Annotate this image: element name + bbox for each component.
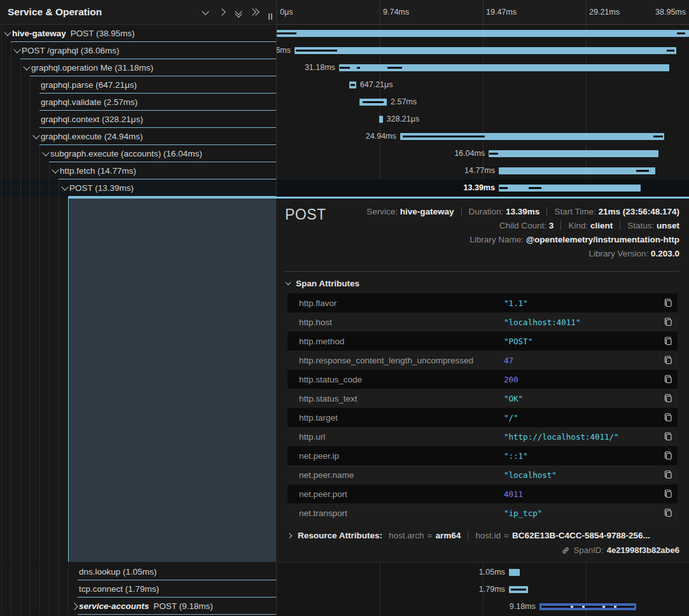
span-row-11[interactable]: tcp.connect (1.79ms) <box>0 580 276 598</box>
chevron-down-icon[interactable] <box>32 135 41 138</box>
copy-icon[interactable] <box>658 412 678 423</box>
copy-icon[interactable] <box>658 355 678 365</box>
span-duration-bar[interactable] <box>509 586 528 593</box>
chevron-down-icon[interactable] <box>22 66 31 69</box>
chevron-down-icon[interactable] <box>51 169 60 172</box>
span-duration-bar[interactable] <box>489 150 658 157</box>
attribute-value: "localhost:4011" <box>504 318 658 327</box>
span-duration-bar[interactable] <box>359 99 387 106</box>
copy-icon[interactable] <box>658 393 678 403</box>
span-duration-bar[interactable] <box>339 64 669 71</box>
meta-separator <box>461 207 462 216</box>
span-row-5[interactable]: graphql.context (328.21μs) <box>0 111 276 128</box>
span-row-3[interactable]: graphql.parse (647.21μs) <box>0 76 276 94</box>
child-span-mark <box>277 32 296 34</box>
timeline-bars-bottom: 1.05ms1.79ms9.18ms <box>276 562 689 616</box>
span-duration-bar[interactable] <box>295 47 676 54</box>
collapse-one-icon[interactable] <box>197 11 214 14</box>
span-attributes-header[interactable]: Span Attributes <box>284 273 679 293</box>
span-duration-bar[interactable] <box>499 185 641 192</box>
copy-icon[interactable] <box>658 489 678 499</box>
span-duration-bar[interactable] <box>400 133 664 140</box>
span-bar-row-4: 2.57ms <box>277 94 689 111</box>
span-label: tcp.connect (1.79ms) <box>79 584 159 594</box>
chevron-down-icon[interactable] <box>41 152 50 155</box>
span-row-1[interactable]: POST /graphql (36.06ms) <box>0 42 276 59</box>
attribute-key: http.method <box>299 337 504 346</box>
span-bar-row-8: 14.77ms <box>277 162 689 179</box>
copy-icon[interactable] <box>658 451 678 461</box>
span-duration-bar[interactable] <box>539 603 637 610</box>
bar-duration-label: 1.05ms <box>479 564 505 581</box>
attribute-row: http.status_text"OK" <box>288 389 678 408</box>
attribute-value: 200 <box>504 375 658 384</box>
span-row-12[interactable]: service-accountsPOST (9.18ms) <box>0 598 276 615</box>
chevron-right-icon[interactable] <box>70 604 79 609</box>
attribute-value: "localhost" <box>504 470 658 480</box>
copy-icon[interactable] <box>658 431 678 442</box>
copy-icon[interactable] <box>658 317 678 327</box>
meta-label: Duration: <box>469 207 504 216</box>
meta-value: 0.203.0 <box>651 249 679 258</box>
span-row-6[interactable]: graphql.execute (24.94ms) <box>0 128 276 145</box>
indent-guides <box>0 111 32 128</box>
chevron-down-icon[interactable] <box>60 186 69 190</box>
ruler-tick: 0μs <box>277 0 293 24</box>
meta-separator <box>546 207 547 216</box>
child-span-mark <box>511 589 526 591</box>
chevron-down-icon[interactable] <box>13 49 22 52</box>
trace-viewer: Service & Operation 0μs9.74ms19.47ms29.2… <box>0 0 689 616</box>
chevron-right-icon <box>287 533 292 538</box>
chevron-down-icon[interactable] <box>3 32 12 35</box>
copy-icon[interactable] <box>658 470 678 480</box>
meta-value: hive-gateway <box>400 207 454 216</box>
copy-icon[interactable] <box>658 336 678 346</box>
span-row-9[interactable]: POST (13.39ms) <box>0 179 276 197</box>
attribute-value: "1.1" <box>504 298 658 308</box>
attribute-key: net.peer.name <box>299 470 504 480</box>
resource-value: arm64 <box>435 531 461 540</box>
span-row-0[interactable]: hive-gatewayPOST (38.95ms) <box>0 25 276 42</box>
span-duration-bar[interactable] <box>499 167 655 174</box>
meta-label: Library Name: <box>470 235 524 244</box>
copy-icon[interactable] <box>658 508 678 518</box>
child-span-mark <box>529 187 541 189</box>
span-bar-row-12: 9.18ms <box>277 598 689 615</box>
span-row-2[interactable]: graphql.operation Me (31.18ms) <box>0 59 276 76</box>
span-duration-bar[interactable] <box>349 81 356 88</box>
ruler-tick: 29.21ms <box>586 0 620 24</box>
row-underline <box>78 614 276 615</box>
bar-duration-label: 647.21μs <box>360 76 393 94</box>
service-name: service-accounts <box>79 601 149 611</box>
span-tree: hive-gatewayPOST (38.95ms)POST /graphql … <box>0 25 276 197</box>
child-span-mark <box>357 67 360 69</box>
meta-label: Status: <box>627 221 654 230</box>
resource-attributes-row[interactable]: Resource Attributes:host.arch=arm64host.… <box>284 531 679 540</box>
span-duration-bar[interactable] <box>379 116 383 123</box>
expand-one-icon[interactable] <box>214 10 230 15</box>
span-row-4[interactable]: graphql.validate (2.57ms) <box>0 94 276 111</box>
attribute-value: 47 <box>504 356 658 365</box>
span-label: graphql.operation Me (31.18ms) <box>31 63 153 73</box>
timeline-bars: 36.06ms31.18ms647.21μs2.57ms328.21μs24.9… <box>276 25 689 197</box>
copy-icon[interactable] <box>658 374 678 384</box>
span-duration-bar[interactable] <box>277 30 689 37</box>
copy-icon[interactable] <box>658 298 678 308</box>
attribute-row: http.method"POST" <box>288 332 678 351</box>
equals-sign: = <box>504 531 509 540</box>
span-row-8[interactable]: http.fetch (14.77ms) <box>0 162 276 179</box>
collapse-all-icon[interactable] <box>230 8 247 17</box>
span-duration-bar[interactable] <box>509 569 520 576</box>
expand-all-icon[interactable] <box>247 10 263 15</box>
divider <box>284 271 679 272</box>
span-row-10[interactable]: dns.lookup (1.05ms) <box>0 563 276 580</box>
span-row-7[interactable]: subgraph.execute (accounts) (16.04ms) <box>0 145 276 162</box>
panel-resize-grip[interactable] <box>268 13 272 20</box>
resource-key: host.id <box>475 531 501 540</box>
attribute-key: http.response_content_length_uncompresse… <box>299 356 504 365</box>
span-label: graphql.validate (2.57ms) <box>41 97 137 107</box>
indent-guides <box>0 128 32 145</box>
span-label: graphql.context (328.21μs) <box>41 115 143 124</box>
span-label: graphql.execute (24.94ms) <box>41 132 143 141</box>
attribute-key: http.host <box>299 318 504 327</box>
